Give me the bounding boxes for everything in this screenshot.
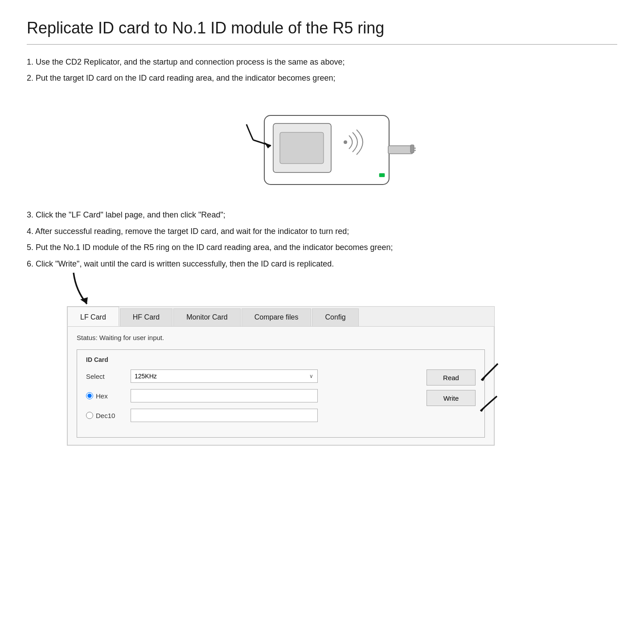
dec10-radio-label: Dec10 (86, 412, 131, 419)
tab-arrow-wrapper (65, 268, 100, 310)
app-screenshot-container: LF Card HF Card Monitor Card Compare fil… (40, 306, 617, 446)
app-ui: LF Card HF Card Monitor Card Compare fil… (67, 306, 495, 446)
tab-arrow-svg (65, 268, 100, 308)
svg-marker-11 (481, 375, 487, 381)
read-button[interactable]: Read (427, 369, 476, 386)
instructions-section: 1. Use the CD2 Replicator, and the start… (27, 55, 617, 85)
dec10-input[interactable] (131, 409, 318, 422)
write-arrow-svg (472, 394, 501, 416)
frequency-select[interactable]: 125KHz 250KHz 500KHz (131, 369, 318, 383)
dec10-label[interactable]: Dec10 (86, 412, 131, 419)
hex-label-text: Hex (96, 392, 108, 400)
dec10-radio[interactable] (86, 412, 93, 419)
svg-marker-10 (80, 297, 88, 304)
dec10-row: Dec10 (86, 409, 413, 422)
form-area: Select 125KHz 250KHz 500KHz ∨ (86, 369, 476, 428)
status-bar: Status: Waiting for user input. (77, 334, 485, 341)
instruction-3: 3. Click the "LF Card" label page, and t… (27, 208, 450, 222)
read-arrow-wrapper (473, 361, 502, 388)
device-illustration (27, 98, 617, 196)
hex-input[interactable] (131, 389, 318, 402)
write-button[interactable]: Write (427, 390, 476, 406)
hex-row: Hex (86, 389, 413, 402)
svg-rect-4 (379, 173, 385, 177)
tabs-bar: LF Card HF Card Monitor Card Compare fil… (67, 307, 494, 327)
tab-hf-card[interactable]: HF Card (120, 308, 172, 326)
hex-label[interactable]: Hex (86, 392, 131, 400)
select-row: Select 125KHz 250KHz 500KHz ∨ (86, 369, 413, 383)
id-card-group: ID Card Select 125KHz 250KHz 500 (77, 349, 485, 438)
svg-rect-2 (280, 132, 324, 164)
device-svg (229, 98, 416, 196)
svg-rect-8 (410, 145, 414, 153)
tab-compare-files[interactable]: Compare files (242, 308, 312, 326)
dec10-label-text: Dec10 (96, 412, 115, 419)
instruction-4: 4. After successful reading, remove the … (27, 225, 450, 238)
instruction-2: 2. Put the target ID card on the ID card… (27, 71, 450, 85)
id-card-legend: ID Card (86, 356, 476, 363)
svg-rect-5 (388, 146, 413, 154)
hex-radio-label: Hex (86, 392, 131, 400)
tab-lf-card[interactable]: LF Card (67, 307, 119, 326)
instruction-1: 1. Use the CD2 Replicator, and the start… (27, 55, 450, 69)
instruction-5: 5. Put the No.1 ID module of the R5 ring… (27, 241, 450, 254)
svg-marker-12 (480, 406, 486, 412)
buttons-column: Read Write (427, 369, 476, 406)
tab-monitor-card[interactable]: Monitor Card (173, 308, 240, 326)
app-content: Status: Waiting for user input. ID Card … (67, 327, 494, 445)
hex-radio[interactable] (86, 392, 93, 399)
read-arrow-svg (473, 361, 502, 386)
select-label: Select (86, 373, 131, 380)
tab-config[interactable]: Config (312, 308, 358, 326)
form-fields: Select 125KHz 250KHz 500KHz ∨ (86, 369, 413, 428)
write-arrow-wrapper (472, 394, 501, 418)
svg-point-3 (344, 140, 347, 144)
page-title: Replicate ID card to No.1 ID module of t… (27, 18, 617, 45)
more-instructions: 3. Click the "LF Card" label page, and t… (27, 208, 617, 271)
select-wrapper[interactable]: 125KHz 250KHz 500KHz ∨ (131, 369, 318, 383)
